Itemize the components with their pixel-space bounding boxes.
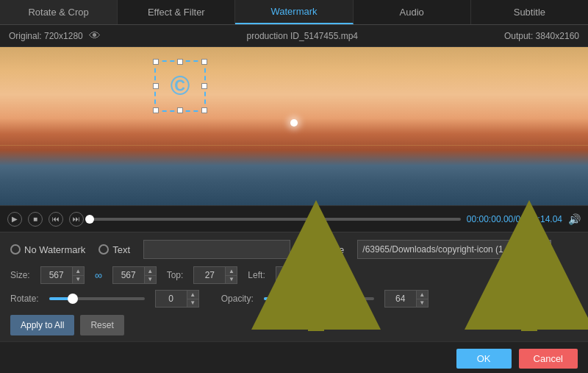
watermark-symbol: ©	[171, 71, 190, 102]
rotate-opacity-row: Rotate: ▲ ▼ Opacity: ▲ ▼	[10, 290, 578, 308]
text-watermark-label: Text	[112, 244, 130, 255]
left-label: Left:	[248, 270, 265, 280]
top-input[interactable]	[193, 266, 226, 284]
prev-icon: ⏮	[52, 215, 60, 223]
next-button[interactable]: ⏭	[69, 212, 84, 227]
rotate-arrows: ▲ ▼	[187, 290, 199, 308]
tab-audio[interactable]: Audio	[354, 0, 471, 24]
bottom-action-row: Apply to All Reset	[10, 315, 578, 335]
size-height-down[interactable]: ▼	[145, 276, 156, 284]
footer: OK Cancel	[0, 341, 588, 373]
image-watermark-option[interactable]: Image	[304, 244, 344, 255]
size-width-down[interactable]: ▼	[73, 276, 84, 284]
size-width-up[interactable]: ▲	[73, 267, 84, 276]
opacity-input[interactable]	[384, 290, 417, 308]
controls-panel: No Watermark Text Image + Size: ▲ ▼ ∞	[0, 232, 588, 341]
playback-slider[interactable]	[90, 218, 461, 221]
size-width-input[interactable]	[40, 266, 73, 284]
top-up[interactable]: ▲	[226, 267, 237, 276]
handle-bottom-right[interactable]	[201, 107, 207, 113]
reset-button[interactable]: Reset	[80, 315, 123, 335]
top-spinbox: ▲ ▼	[193, 266, 237, 284]
handle-mid-right[interactable]	[201, 83, 207, 89]
volume-icon[interactable]: 🔊	[568, 213, 581, 225]
stop-icon: ■	[33, 215, 37, 223]
size-height-spinbox: ▲ ▼	[112, 266, 157, 284]
playback-thumb[interactable]	[85, 215, 94, 224]
top-label: Top:	[167, 270, 184, 280]
prev-button[interactable]: ⏮	[49, 212, 63, 227]
left-down[interactable]: ▼	[308, 276, 319, 284]
opacity-arrows: ▲ ▼	[417, 290, 429, 308]
opacity-thumb[interactable]	[329, 294, 340, 304]
sun-element	[290, 119, 298, 127]
eye-icon[interactable]: 👁	[89, 29, 101, 43]
handle-top-mid[interactable]	[177, 59, 183, 65]
size-width-spinbox: ▲ ▼	[40, 266, 85, 284]
next-icon: ⏭	[73, 215, 80, 223]
opacity-down[interactable]: ▼	[417, 299, 428, 308]
opacity-label: Opacity:	[221, 294, 254, 304]
tab-subtitle[interactable]: Subtitle	[471, 0, 588, 24]
watermark-type-row: No Watermark Text Image +	[10, 240, 578, 259]
play-button[interactable]: ▶	[7, 212, 22, 227]
video-frame	[0, 47, 588, 205]
rotate-thumb[interactable]	[68, 294, 78, 304]
left-arrows: ▲ ▼	[308, 266, 320, 284]
size-height-input[interactable]	[112, 266, 145, 284]
ok-button[interactable]: OK	[456, 349, 512, 369]
image-watermark-radio[interactable]	[304, 244, 314, 255]
size-width-arrows: ▲ ▼	[73, 266, 85, 284]
original-resolution: Original: 720x1280	[9, 31, 83, 41]
cancel-button[interactable]: Cancel	[519, 349, 578, 369]
tab-watermark[interactable]: Watermark	[235, 0, 353, 24]
top-arrows: ▲ ▼	[226, 266, 237, 284]
link-icon[interactable]: ∞	[95, 269, 102, 281]
watermark-overlay[interactable]: ©	[154, 60, 206, 112]
text-watermark-option[interactable]: Text	[98, 244, 130, 255]
add-image-button[interactable]: +	[532, 240, 551, 259]
no-watermark-radio[interactable]	[10, 244, 21, 255]
playback-bar: ▶ ■ ⏮ ⏭ 00:00:00.00/00:00:14.04 🔊	[0, 205, 588, 232]
no-watermark-label: No Watermark	[24, 244, 85, 255]
handle-bottom-mid[interactable]	[177, 107, 183, 113]
rotate-spinbox: ▲ ▼	[155, 290, 199, 308]
file-info-bar: Original: 720x1280 👁 production ID_51474…	[0, 25, 588, 47]
handle-bottom-left[interactable]	[153, 107, 159, 113]
opacity-spinbox: ▲ ▼	[384, 290, 429, 308]
apply-to-all-button[interactable]: Apply to All	[10, 315, 74, 335]
opacity-slider[interactable]	[264, 297, 374, 300]
handle-top-right[interactable]	[201, 59, 207, 65]
output-resolution: Output: 3840x2160	[504, 31, 579, 41]
filename: production ID_5147455.mp4	[101, 31, 504, 41]
tab-bar: Rotate & Crop Effect & Filter Watermark …	[0, 0, 588, 25]
left-input[interactable]	[276, 266, 308, 284]
size-position-row: Size: ▲ ▼ ∞ ▲ ▼ Top: ▲ ▼ Left:	[10, 266, 578, 284]
handle-mid-left[interactable]	[153, 83, 159, 89]
tab-effect-filter[interactable]: Effect & Filter	[118, 0, 235, 24]
horizon-line	[0, 145, 588, 146]
rotate-label: Rotate:	[10, 294, 39, 304]
time-display: 00:00:00.00/00:00:14.04	[467, 214, 562, 224]
text-watermark-radio[interactable]	[98, 244, 109, 255]
image-watermark-label: Image	[318, 244, 344, 255]
watermark-text-input[interactable]	[143, 240, 290, 259]
play-icon: ▶	[12, 215, 18, 223]
tab-rotate-crop[interactable]: Rotate & Crop	[0, 0, 118, 24]
handle-top-left[interactable]	[153, 59, 159, 65]
video-preview: ©	[0, 47, 588, 205]
size-height-up[interactable]: ▲	[145, 267, 156, 276]
stop-button[interactable]: ■	[28, 212, 43, 227]
size-height-arrows: ▲ ▼	[145, 266, 157, 284]
rotate-slider[interactable]	[49, 297, 145, 300]
image-path-input[interactable]	[357, 240, 519, 259]
rotate-up[interactable]: ▲	[187, 291, 198, 299]
top-down[interactable]: ▼	[226, 276, 237, 284]
size-label: Size:	[10, 270, 30, 280]
left-up[interactable]: ▲	[308, 267, 319, 276]
left-spinbox: ▲ ▼	[276, 266, 320, 284]
opacity-up[interactable]: ▲	[417, 291, 428, 299]
rotate-down[interactable]: ▼	[187, 299, 198, 308]
rotate-input[interactable]	[155, 290, 187, 308]
no-watermark-option[interactable]: No Watermark	[10, 244, 85, 255]
